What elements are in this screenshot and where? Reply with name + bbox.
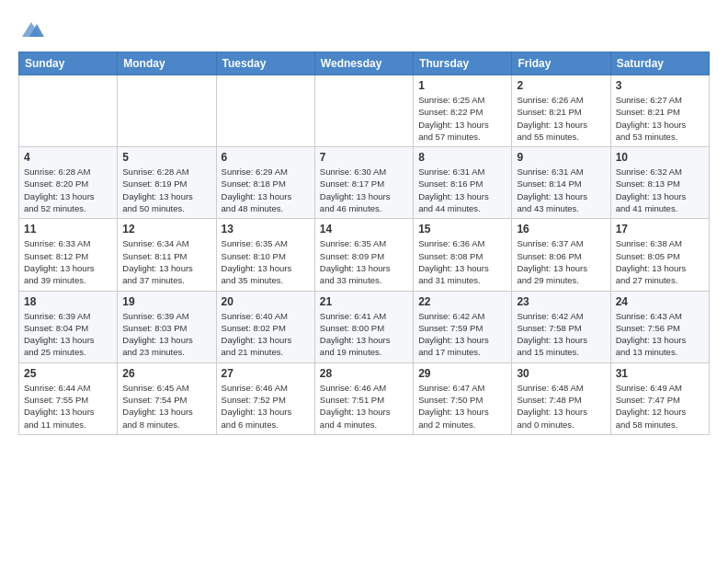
calendar-cell: 17Sunrise: 6:38 AM Sunset: 8:05 PM Dayli…: [610, 219, 709, 291]
calendar-cell: 27Sunrise: 6:46 AM Sunset: 7:52 PM Dayli…: [216, 362, 314, 434]
day-info: Sunrise: 6:44 AM Sunset: 7:55 PM Dayligh…: [24, 382, 112, 431]
calendar-cell: 21Sunrise: 6:41 AM Sunset: 8:00 PM Dayli…: [314, 291, 413, 362]
calendar-cell: 30Sunrise: 6:48 AM Sunset: 7:48 PM Dayli…: [512, 362, 610, 434]
day-number: 25: [24, 367, 112, 380]
day-number: 13: [222, 223, 310, 236]
day-info: Sunrise: 6:49 AM Sunset: 7:47 PM Dayligh…: [616, 382, 704, 431]
header: [18, 15, 710, 44]
day-number: 6: [222, 151, 310, 164]
day-info: Sunrise: 6:27 AM Sunset: 8:21 PM Dayligh…: [616, 94, 704, 143]
calendar-cell: 18Sunrise: 6:39 AM Sunset: 8:04 PM Dayli…: [19, 291, 118, 362]
day-number: 18: [24, 295, 112, 308]
day-info: Sunrise: 6:26 AM Sunset: 8:21 PM Dayligh…: [517, 94, 605, 143]
day-number: 16: [517, 223, 605, 236]
day-info: Sunrise: 6:40 AM Sunset: 8:02 PM Dayligh…: [222, 310, 310, 359]
day-info: Sunrise: 6:36 AM Sunset: 8:08 PM Dayligh…: [418, 237, 506, 286]
day-info: Sunrise: 6:39 AM Sunset: 8:04 PM Dayligh…: [24, 310, 112, 359]
day-info: Sunrise: 6:46 AM Sunset: 7:51 PM Dayligh…: [320, 382, 408, 431]
day-number: 26: [122, 367, 210, 380]
calendar-cell: 5Sunrise: 6:28 AM Sunset: 8:19 PM Daylig…: [118, 147, 216, 219]
calendar-cell: 4Sunrise: 6:28 AM Sunset: 8:20 PM Daylig…: [19, 147, 118, 219]
calendar-header-row: SundayMondayTuesdayWednesdayThursdayFrid…: [19, 52, 710, 75]
calendar-cell: 6Sunrise: 6:29 AM Sunset: 8:18 PM Daylig…: [216, 147, 314, 219]
day-number: 15: [418, 223, 506, 236]
day-number: 28: [320, 367, 408, 380]
day-number: 27: [222, 367, 310, 380]
day-number: 22: [418, 295, 506, 308]
calendar-cell: 31Sunrise: 6:49 AM Sunset: 7:47 PM Dayli…: [610, 362, 709, 434]
calendar-cell: [314, 75, 413, 147]
day-number: 2: [517, 79, 605, 92]
day-info: Sunrise: 6:46 AM Sunset: 7:52 PM Dayligh…: [222, 382, 310, 431]
calendar-cell: [216, 75, 314, 147]
calendar-cell: 12Sunrise: 6:34 AM Sunset: 8:11 PM Dayli…: [118, 219, 216, 291]
day-info: Sunrise: 6:47 AM Sunset: 7:50 PM Dayligh…: [418, 382, 506, 431]
day-number: 10: [616, 151, 704, 164]
day-info: Sunrise: 6:25 AM Sunset: 8:22 PM Dayligh…: [418, 94, 506, 143]
day-info: Sunrise: 6:42 AM Sunset: 7:58 PM Dayligh…: [517, 310, 605, 359]
day-number: 20: [222, 295, 310, 308]
calendar-cell: 19Sunrise: 6:39 AM Sunset: 8:03 PM Dayli…: [118, 291, 216, 362]
day-number: 8: [418, 151, 506, 164]
calendar-cell: 29Sunrise: 6:47 AM Sunset: 7:50 PM Dayli…: [414, 362, 512, 434]
calendar-cell: 14Sunrise: 6:35 AM Sunset: 8:09 PM Dayli…: [314, 219, 413, 291]
calendar-cell: 13Sunrise: 6:35 AM Sunset: 8:10 PM Dayli…: [216, 219, 314, 291]
logo: [18, 18, 48, 44]
day-number: 24: [616, 295, 704, 308]
day-info: Sunrise: 6:45 AM Sunset: 7:54 PM Dayligh…: [122, 382, 210, 431]
day-number: 3: [616, 79, 704, 92]
day-number: 31: [616, 367, 704, 380]
day-number: 9: [517, 151, 605, 164]
calendar-cell: 24Sunrise: 6:43 AM Sunset: 7:56 PM Dayli…: [610, 291, 709, 362]
day-number: 14: [320, 223, 408, 236]
day-number: 17: [616, 223, 704, 236]
day-info: Sunrise: 6:31 AM Sunset: 8:14 PM Dayligh…: [517, 166, 605, 214]
calendar-cell: 25Sunrise: 6:44 AM Sunset: 7:55 PM Dayli…: [19, 362, 118, 434]
day-info: Sunrise: 6:42 AM Sunset: 7:59 PM Dayligh…: [418, 310, 506, 359]
calendar-header-friday: Friday: [512, 52, 610, 75]
calendar-cell: [118, 75, 216, 147]
calendar-week-row: 11Sunrise: 6:33 AM Sunset: 8:12 PM Dayli…: [19, 219, 710, 291]
day-info: Sunrise: 6:48 AM Sunset: 7:48 PM Dayligh…: [517, 382, 605, 431]
day-info: Sunrise: 6:35 AM Sunset: 8:09 PM Dayligh…: [320, 237, 408, 286]
calendar-week-row: 1Sunrise: 6:25 AM Sunset: 8:22 PM Daylig…: [19, 75, 710, 147]
calendar-cell: 23Sunrise: 6:42 AM Sunset: 7:58 PM Dayli…: [512, 291, 610, 362]
day-info: Sunrise: 6:29 AM Sunset: 8:18 PM Dayligh…: [222, 166, 310, 214]
calendar-header-tuesday: Tuesday: [216, 52, 314, 75]
day-info: Sunrise: 6:39 AM Sunset: 8:03 PM Dayligh…: [122, 310, 210, 359]
day-number: 23: [517, 295, 605, 308]
day-info: Sunrise: 6:43 AM Sunset: 7:56 PM Dayligh…: [616, 310, 704, 359]
calendar-cell: 3Sunrise: 6:27 AM Sunset: 8:21 PM Daylig…: [610, 75, 709, 147]
calendar-cell: 11Sunrise: 6:33 AM Sunset: 8:12 PM Dayli…: [19, 219, 118, 291]
calendar-header-wednesday: Wednesday: [314, 52, 413, 75]
calendar-cell: 16Sunrise: 6:37 AM Sunset: 8:06 PM Dayli…: [512, 219, 610, 291]
calendar-week-row: 4Sunrise: 6:28 AM Sunset: 8:20 PM Daylig…: [19, 147, 710, 219]
calendar-cell: 22Sunrise: 6:42 AM Sunset: 7:59 PM Dayli…: [414, 291, 512, 362]
calendar-cell: 28Sunrise: 6:46 AM Sunset: 7:51 PM Dayli…: [314, 362, 413, 434]
day-number: 29: [418, 367, 506, 380]
day-info: Sunrise: 6:35 AM Sunset: 8:10 PM Dayligh…: [222, 237, 310, 286]
day-info: Sunrise: 6:34 AM Sunset: 8:11 PM Dayligh…: [122, 237, 210, 286]
calendar-header-monday: Monday: [118, 52, 216, 75]
day-info: Sunrise: 6:31 AM Sunset: 8:16 PM Dayligh…: [418, 166, 506, 214]
calendar-cell: 2Sunrise: 6:26 AM Sunset: 8:21 PM Daylig…: [512, 75, 610, 147]
day-info: Sunrise: 6:30 AM Sunset: 8:17 PM Dayligh…: [320, 166, 408, 214]
calendar: SundayMondayTuesdayWednesdayThursdayFrid…: [18, 52, 710, 435]
calendar-cell: 15Sunrise: 6:36 AM Sunset: 8:08 PM Dayli…: [414, 219, 512, 291]
day-info: Sunrise: 6:28 AM Sunset: 8:20 PM Dayligh…: [24, 166, 112, 214]
day-number: 4: [24, 151, 112, 164]
day-number: 21: [320, 295, 408, 308]
day-info: Sunrise: 6:33 AM Sunset: 8:12 PM Dayligh…: [24, 237, 112, 286]
calendar-cell: 10Sunrise: 6:32 AM Sunset: 8:13 PM Dayli…: [610, 147, 709, 219]
calendar-cell: 9Sunrise: 6:31 AM Sunset: 8:14 PM Daylig…: [512, 147, 610, 219]
calendar-cell: 8Sunrise: 6:31 AM Sunset: 8:16 PM Daylig…: [414, 147, 512, 219]
calendar-header-saturday: Saturday: [610, 52, 709, 75]
calendar-header-thursday: Thursday: [414, 52, 512, 75]
day-number: 1: [418, 79, 506, 92]
calendar-week-row: 25Sunrise: 6:44 AM Sunset: 7:55 PM Dayli…: [19, 362, 710, 434]
day-info: Sunrise: 6:38 AM Sunset: 8:05 PM Dayligh…: [616, 237, 704, 286]
calendar-cell: [19, 75, 118, 147]
calendar-cell: 26Sunrise: 6:45 AM Sunset: 7:54 PM Dayli…: [118, 362, 216, 434]
day-info: Sunrise: 6:41 AM Sunset: 8:00 PM Dayligh…: [320, 310, 408, 359]
day-info: Sunrise: 6:32 AM Sunset: 8:13 PM Dayligh…: [616, 166, 704, 214]
